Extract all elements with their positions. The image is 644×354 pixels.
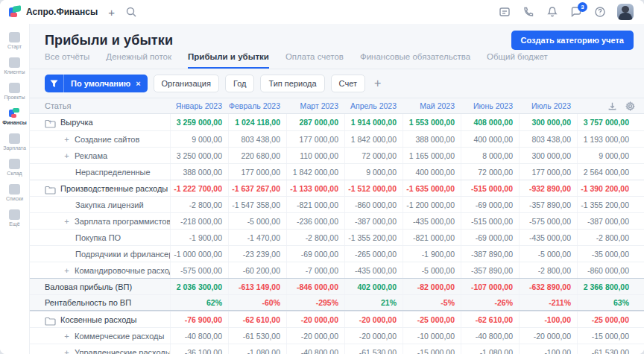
sidebar-item-start[interactable]: Старт [0, 30, 30, 52]
value-cell: -821 000,00 [402, 230, 461, 245]
avatar[interactable] [617, 4, 634, 20]
value-cell: -236 000,00 [286, 213, 344, 229]
sidebar-item-label: Зарплата [3, 145, 26, 151]
expand-plus-icon[interactable]: + [63, 266, 70, 275]
value-cell: -435 000,00 [519, 230, 577, 245]
sidebar-item-label: Списки [6, 196, 23, 201]
search-icon[interactable] [125, 6, 138, 19]
tab-все-отчёты[interactable]: Все отчёты [45, 52, 89, 69]
table-row: Рентабельность по ВП62%-60%-295%21%-5%-2… [30, 294, 644, 311]
tab-финансовые-обязательства[interactable]: Финансовые обязательства [360, 52, 470, 69]
tab-оплата-счетов[interactable]: Оплата счетов [285, 52, 344, 69]
row-label-cell: +Зарплата программистов [30, 213, 170, 229]
value-cell: 408 000,00 [461, 114, 519, 130]
create-category-button[interactable]: Создать категорию учета [511, 31, 634, 50]
expand-plus-icon[interactable]: + [63, 332, 70, 341]
folder-plus-icon[interactable]: + [45, 118, 56, 127]
phone-icon[interactable] [522, 6, 534, 19]
notifications-badge: 3 [578, 2, 587, 12]
filter-button-организация[interactable]: Организация [154, 75, 219, 92]
row-label-cell: +Реклама [30, 148, 170, 163]
tab-денежный-поток[interactable]: Денежный поток [106, 52, 171, 69]
expand-plus-icon[interactable]: + [63, 151, 70, 160]
row-label: Косвенные расходы [60, 315, 136, 324]
value-cell: -25 000,00 [577, 312, 635, 327]
value-cell: -100,00 [519, 312, 577, 327]
value-cell: -1 635 000,00 [402, 180, 461, 196]
download-icon[interactable] [607, 101, 617, 111]
gear-icon[interactable] [625, 101, 635, 111]
value-cell: -2 800,00 [286, 230, 344, 245]
row-label: Выручка [60, 118, 93, 127]
sidebar-item-lists[interactable]: Списки [0, 182, 30, 204]
value-cell: 220 680,00 [228, 148, 286, 163]
salary-icon [9, 133, 20, 144]
value-cell: 177 000,00 [519, 164, 577, 180]
value-cell: 9 000,00 [577, 148, 635, 163]
plus-icon[interactable]: + [108, 7, 115, 18]
value-cell: -61 530,00 [577, 344, 635, 354]
filter-button-год[interactable]: Год [225, 75, 255, 92]
value-cell: -20 000,00 [286, 312, 344, 327]
value-cell: 402 000,00 [344, 279, 402, 294]
value-cell: -357 890,00 [461, 262, 519, 278]
sidebar-item-finance[interactable]: Финансы [0, 106, 30, 128]
bell-icon[interactable] [546, 6, 558, 19]
sidebar-item-projects[interactable]: Проекты [0, 80, 30, 103]
sidebar-item-salary[interactable]: Зарплата [0, 131, 30, 154]
value-cell: -1 222 700,00 [170, 180, 228, 196]
lists-icon [9, 184, 20, 195]
value-cell: -2 800,00 [170, 197, 228, 212]
row-label-cell: Рентабельность по ВП [30, 295, 170, 310]
folder-minus-icon[interactable]: − [45, 184, 56, 193]
value-cell: -1 900,00 [402, 246, 461, 262]
value-cell: -387 000,00 [344, 213, 402, 229]
help-icon[interactable] [593, 6, 606, 19]
row-label-cell: Нераспределенные [30, 164, 170, 180]
expand-plus-icon[interactable]: + [63, 348, 70, 354]
filter-chip-close-icon[interactable]: × [135, 79, 147, 88]
value-cell: -357 890,00 [519, 197, 577, 212]
more-icon [9, 209, 20, 220]
value-cell: 2 366 800,00 [577, 279, 635, 294]
tab-прибыли-и-убытки[interactable]: Прибыли и убытки [188, 52, 269, 69]
value-cell: 1 553 000,00 [402, 114, 461, 130]
chat-icon[interactable]: 3 [569, 6, 582, 19]
value-cell: -515 000,00 [461, 180, 519, 196]
brand[interactable]: Аспро.Финансы [9, 6, 98, 18]
filter-button-счет[interactable]: Счет [331, 75, 365, 92]
column-header-month: Июнь 2023 [461, 98, 519, 113]
table-row[interactable]: +Выручка3 259 000,001 024 118,00287 000,… [30, 114, 644, 130]
value-cell: 803 438,00 [228, 131, 286, 147]
table-row: +Командировочные расходы-575 000,00-60 2… [30, 262, 644, 278]
expand-plus-icon[interactable]: + [63, 135, 70, 144]
sidebar-item-warehouse[interactable]: Склад [0, 157, 30, 179]
row-label-cell: Валовая прибыль (ВП) [30, 279, 170, 294]
add-filter-icon[interactable]: + [374, 77, 381, 90]
value-cell: -1 200 000,00 [402, 197, 461, 212]
row-label-cell: +Управленческие расходы [30, 344, 170, 354]
brand-name: Аспро.Финансы [26, 7, 98, 17]
value-cell: -76 900,00 [170, 312, 228, 327]
value-cell: -1 900,00 [170, 230, 228, 245]
main-content: Прибыли и убытки Создать категорию учета… [30, 24, 644, 354]
funnel-icon[interactable] [45, 75, 64, 92]
value-cell: -20 000,00 [344, 312, 402, 327]
value-cell: -515 000,00 [461, 213, 519, 229]
sidebar-item-clients[interactable]: Клиенты [0, 55, 30, 78]
notes-icon[interactable] [498, 6, 511, 19]
row-label-cell: +Создание сайтов [30, 131, 170, 147]
expand-plus-icon[interactable]: + [63, 217, 70, 226]
folder-icon[interactable] [45, 315, 56, 324]
filter-button-тип-периода[interactable]: Тип периода [260, 75, 324, 92]
table-row[interactable]: Косвенные расходы-76 900,00-62 610,00-20… [30, 311, 644, 327]
sidebar-item-more[interactable]: Ещё [0, 207, 30, 230]
value-cell: -295% [286, 295, 344, 310]
value-cell: -69 000,00 [461, 197, 519, 212]
filter-default-chip[interactable]: По умолчанию × [45, 75, 148, 92]
row-label: Подрядчики и фрилансеры [75, 250, 170, 259]
value-cell: -61 530,00 [228, 328, 286, 344]
tab-общий-бюджет[interactable]: Общий бюджет [487, 52, 548, 69]
column-header-month: Апрель 2023 [344, 98, 402, 113]
table-row[interactable]: −Производственные расходы-1 222 700,00-1… [30, 180, 644, 196]
